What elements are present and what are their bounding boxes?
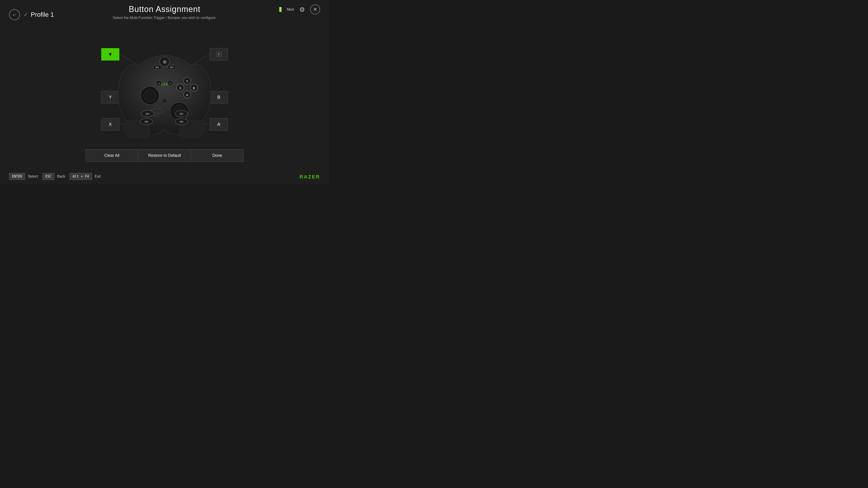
altf4-key-badge: Alt + F4 [70,173,92,180]
clear-all-button[interactable]: Clear All [86,149,138,162]
page-title: Button Assignment [113,4,217,14]
exit-label: Exit [95,174,101,178]
svg-text:M5: M5 [145,121,148,123]
controller-svg: ⊛ RAZER Y [115,43,214,138]
back-icon: ← [12,12,17,18]
a-label-right: A [217,122,220,127]
svg-text:M1: M1 [156,66,159,69]
x-label-left: X [109,122,112,127]
svg-text:A: A [186,93,188,97]
razer-logo: RAZER [300,174,320,180]
r-icon: R [216,52,221,57]
b-label-right: B [217,95,220,100]
svg-text:⊛: ⊛ [163,59,166,64]
select-label: Select [28,174,38,178]
controller-body: ⊛ RAZER Y [115,43,214,138]
header-right: 🔋 Med ⚙ ✕ [278,4,320,14]
svg-point-42 [163,108,166,110]
enter-key-badge: ENTER [9,173,25,180]
restore-default-button[interactable]: Restore to Default [138,149,191,162]
close-button[interactable]: ✕ [310,4,320,14]
page-subtitle: Select the Multi-Function Trigger / Bump… [113,16,217,20]
profile-check-icon: ✓ [24,11,28,18]
gear-icon: ⚙ [299,6,305,13]
svg-text:M3: M3 [146,112,149,115]
header-center: Button Assignment Select the Multi-Funct… [113,4,217,20]
svg-text:△: △ [164,101,165,103]
done-button[interactable]: Done [191,149,244,162]
footer-shortcuts: ENTER Select ESC Back Alt + F4 Exit [9,173,102,180]
svg-text:⧉: ⧉ [158,82,160,85]
action-buttons: Clear All Restore to Default Done [86,149,244,162]
esc-key-badge: ESC [42,173,55,180]
svg-text:☰: ☰ [169,82,171,85]
svg-point-10 [143,89,157,102]
battery-label: Med [287,7,294,11]
svg-text:Y: Y [186,79,188,83]
svg-text:M6: M6 [180,121,183,123]
svg-text:B: B [193,86,195,90]
svg-text:X: X [179,86,182,90]
top-left-icon: ▼ [108,52,113,57]
y-label-left: Y [109,95,112,100]
profile-name: Profile 1 [31,11,54,18]
back-button[interactable]: ← [9,9,20,20]
close-icon: ✕ [313,6,317,12]
back-label: Back [57,174,65,178]
svg-text:M4: M4 [180,112,183,115]
svg-text:M2: M2 [170,66,174,69]
battery-icon: 🔋 [278,7,283,12]
settings-button[interactable]: ⚙ [298,5,307,14]
